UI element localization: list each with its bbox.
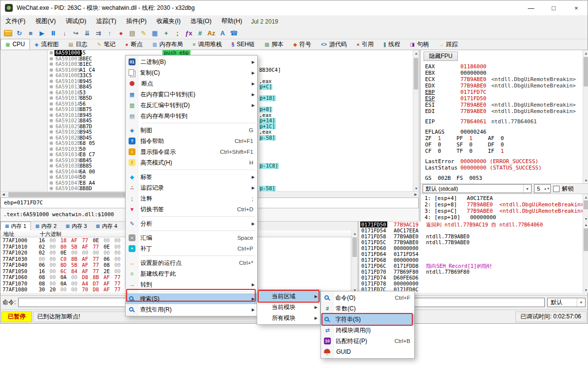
menu-search[interactable]: 搜索(S)▶ — [126, 293, 257, 304]
memory-map-icon[interactable]: ▦ — [149, 28, 160, 38]
breakpoint-dot-icon[interactable] — [50, 153, 53, 156]
menu-set-new-origin[interactable]: →设置新的运行点Ctrl+* — [126, 257, 257, 268]
stack-row[interactable]: 0171FD7077B69F80ntdll.77B69F80 — [359, 269, 583, 275]
breakpoint-dot-icon[interactable] — [50, 130, 53, 134]
maximize-button[interactable]: □ — [542, 0, 565, 15]
breakpoint-dot-icon[interactable] — [50, 80, 53, 83]
breakpoint-dot-icon[interactable] — [50, 147, 53, 151]
menu-show-mnemonic-brief[interactable]: i显示指令提示Ctrl+Shift+F1 — [126, 146, 257, 157]
step-over-icon[interactable]: ↪ — [70, 28, 81, 38]
tab-symbols[interactable]: ◆符号 — [288, 39, 316, 50]
argument-count-stepper[interactable]: 5 ▲▼ — [534, 184, 551, 193]
menubar-item[interactable]: 文件(F) — [0, 15, 30, 28]
close-button[interactable]: × — [565, 0, 588, 15]
register-row[interactable]: EDI77B9ABE0<ntdll.DbgUiRemoteBreakin> — [421, 108, 582, 114]
menubar-item[interactable]: 视图(V) — [30, 15, 61, 28]
dump-tab-memory-1[interactable]: ▦内存 1 — [0, 222, 31, 230]
breakpoint-dot-icon[interactable] — [50, 159, 53, 162]
scrollbar-thumb[interactable] — [584, 200, 588, 209]
register-row[interactable]: EBX00000000 — [421, 70, 582, 76]
submenu-constant[interactable]: #常数(C) — [321, 303, 414, 314]
registers-scrollbar[interactable]: ▲▼ — [583, 50, 588, 183]
disasm-vertical-scrollbar[interactable]: ▲▼ — [413, 50, 419, 191]
menu-goto[interactable]: →转到▶ — [126, 279, 257, 290]
patch-icon[interactable]: + — [160, 28, 172, 38]
dump-tab-memory-4[interactable]: ▦内存 4 — [91, 222, 122, 230]
tab-graph[interactable]: ◈流程图 — [30, 39, 64, 50]
tab-script[interactable]: ▨脚本 — [260, 39, 288, 50]
register-row[interactable]: GS002BFS0053 — [421, 175, 582, 181]
arguments-scrollbar[interactable]: ▲▼ — [583, 194, 588, 222]
tab-memory-map[interactable]: ▥内存布局 — [147, 39, 187, 50]
register-row[interactable]: LastStatus00000000 (STATUS_SUCCESS) — [421, 165, 582, 171]
tab-log[interactable]: ▤日志 — [64, 39, 92, 50]
breakpoint-dot-icon[interactable] — [50, 181, 53, 185]
menu-highlight-mode[interactable]: /高亮模式(H)H — [126, 157, 257, 168]
stack-row[interactable]: 0171FD74D60FE6D6 — [359, 275, 583, 281]
register-row[interactable]: ESI77B9ABE0<ntdll.DbgUiRemoteBreakin> — [421, 102, 582, 108]
breakpoint-dot-icon[interactable] — [50, 136, 53, 140]
breakpoint-dot-icon[interactable] — [50, 68, 53, 72]
menu-comment[interactable]: ;注释; — [126, 193, 257, 204]
restart-icon[interactable]: ↻ — [14, 28, 25, 38]
pause-icon[interactable]: Ⅱ — [48, 28, 59, 38]
breakpoint-dot-icon[interactable] — [50, 142, 53, 145]
scrollbar-arrow-icon[interactable]: ▲ — [583, 194, 588, 200]
breakpoint-dot-icon[interactable] — [50, 102, 53, 106]
scrollbar-arrow-icon[interactable]: ▶ — [413, 192, 419, 198]
scrollbar-thumb[interactable] — [584, 57, 588, 86]
register-row[interactable]: LastError00000000 (ERROR_SUCCESS) — [421, 158, 582, 165]
tab-breakpoints[interactable]: ●断点 — [120, 39, 147, 50]
menu-copy[interactable]: 复制(C)▶ — [126, 67, 257, 78]
scrollbar-arrow-icon[interactable]: ▲ — [413, 50, 419, 56]
menu-find-references[interactable]: 查找引用(R)▶ — [126, 304, 257, 315]
breakpoint-dot-icon[interactable] — [50, 85, 53, 88]
register-row[interactable]: ECX77B9ABE0<ntdll.DbgUiRemoteBreakin> — [421, 76, 582, 83]
tab-cpu[interactable]: ▦CPU — [0, 39, 30, 50]
menu-toggle-bookmark[interactable]: ▼切换书签Ctrl+D — [126, 204, 257, 215]
menu-patch[interactable]: +补丁Ctrl+P — [126, 243, 257, 254]
stack-scrollbar[interactable]: ▲▼ — [583, 222, 588, 293]
phone-icon[interactable]: ☎ — [228, 28, 240, 38]
stack-row[interactable]: 0171FD640171FD54 — [359, 251, 583, 257]
menubar-item[interactable]: 插件(P) — [121, 15, 152, 28]
stack-row[interactable]: 0171FD6C0171FDD8指向SEH_Record[1]的指针 — [359, 263, 583, 269]
register-row[interactable]: OF0SF0DF0 — [421, 142, 582, 148]
close-debuggee-icon[interactable]: ■ — [25, 28, 36, 38]
scrollbar-arrow-icon[interactable]: ▲ — [583, 50, 588, 56]
tab-trace[interactable]: →跟踪 — [434, 39, 463, 50]
stack-row[interactable]: 0171FD6800000000 — [359, 257, 583, 263]
menu-trace-record[interactable]: ∴追踪记录▶ — [126, 182, 257, 193]
breakpoint-icon[interactable]: ● — [115, 28, 127, 38]
open-file-icon[interactable] — [2, 28, 14, 38]
scrollbar-arrow-icon[interactable]: ◀ — [0, 192, 6, 198]
register-row[interactable]: ZF1PF1AF0 — [421, 135, 582, 142]
stack-row[interactable]: 0171FD5877B9ABE0ntdll.77B9ABE0 — [359, 233, 583, 239]
menu-create-thread-here[interactable]: ≡新建线程于此 — [126, 268, 257, 279]
dump-tab-memory-2[interactable]: ▦内存 2 — [31, 222, 61, 230]
stack-row[interactable]: 0171FD54A0C17EEA — [359, 227, 583, 233]
register-row[interactable]: EAX01186000 — [421, 63, 582, 70]
registers-panel[interactable]: 隐藏FPU EAX01186000EBX00000000ECX77B9ABE0<… — [420, 50, 588, 183]
fx-icon[interactable]: ƒx — [183, 28, 194, 38]
menu-assemble[interactable]: »汇编Space — [126, 232, 257, 243]
breakpoint-dot-icon[interactable] — [50, 125, 53, 128]
argument-row[interactable]: 3: [esp+C] 77B9ABE0 <ntdll.DbgUiRemoteBr… — [421, 208, 588, 214]
scrollbar-arrow-icon[interactable]: ▼ — [413, 185, 419, 191]
menu-graph[interactable]: ◈制图G — [126, 125, 257, 136]
tab-seh[interactable]: §SEH链 — [227, 39, 260, 50]
scrollbar-arrow-icon[interactable]: ▼ — [583, 216, 588, 222]
unlock-checkbox[interactable] — [553, 186, 560, 192]
argument-row[interactable]: 4: [esp+10] 00000000 — [421, 214, 588, 221]
stack-row[interactable]: 0171FD7800000000 — [359, 281, 583, 286]
trace-into-icon[interactable]: ⇊ — [81, 28, 93, 38]
run-to-return-icon[interactable]: ↑ — [104, 28, 115, 38]
scrollbar-thumb[interactable] — [352, 237, 357, 257]
scrollbar-arrow-icon[interactable]: ▲ — [352, 230, 358, 236]
menubar-item[interactable]: 选项(O) — [186, 15, 216, 28]
submenu-guid[interactable]: GUID — [321, 346, 414, 357]
breakpoint-dot-icon[interactable] — [50, 51, 53, 55]
menu-label[interactable]: ◆标签▶ — [126, 171, 257, 182]
scrollbar-thumb[interactable] — [584, 228, 588, 251]
menubar-item[interactable]: 追踪(T) — [91, 15, 121, 28]
